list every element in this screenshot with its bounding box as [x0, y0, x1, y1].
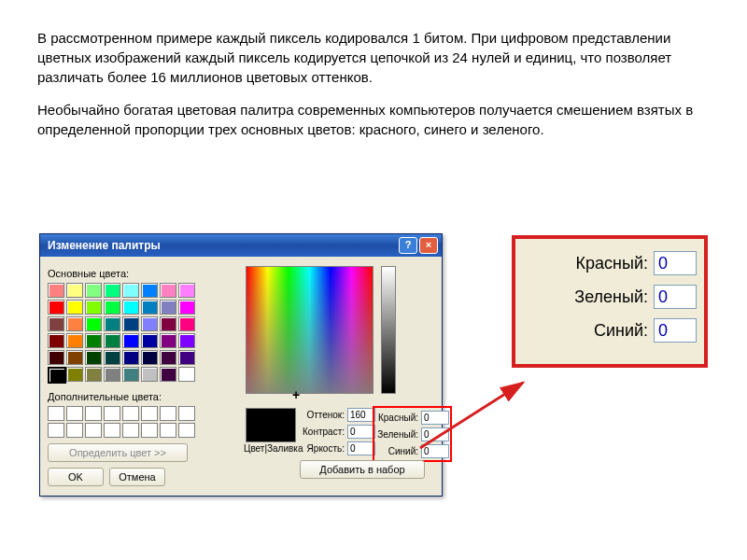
custom-swatch[interactable]	[122, 406, 139, 421]
custom-swatch[interactable]	[66, 406, 83, 421]
basic-swatch[interactable]	[160, 300, 176, 315]
rgb-fields: Красный: Зеленый: Синий:	[373, 406, 452, 462]
custom-swatch[interactable]	[85, 423, 102, 438]
define-color-button[interactable]: Определить цвет >>	[48, 443, 188, 462]
paragraph-2: Необычайно богатая цветовая палитра совр…	[37, 100, 710, 139]
basic-swatch[interactable]	[66, 367, 83, 382]
color-preview	[246, 408, 296, 442]
basic-swatch[interactable]	[85, 300, 102, 315]
red-label: Красный:	[375, 413, 421, 423]
basic-swatch[interactable]	[66, 300, 83, 315]
basic-swatch[interactable]	[48, 333, 64, 348]
sat-input[interactable]	[347, 425, 375, 439]
basic-swatch[interactable]	[85, 316, 102, 331]
custom-swatch[interactable]	[160, 423, 176, 438]
basic-swatch[interactable]	[104, 367, 120, 382]
basic-swatch[interactable]	[160, 283, 176, 298]
basic-swatch[interactable]	[178, 300, 195, 315]
green-input[interactable]	[421, 427, 449, 441]
basic-colors-grid	[48, 283, 434, 382]
basic-swatch[interactable]	[48, 316, 64, 331]
custom-swatch[interactable]	[160, 406, 176, 421]
zoom-red-input[interactable]	[654, 251, 697, 275]
color-solid-label: Цвет|Заливка	[244, 443, 303, 454]
basic-swatch[interactable]	[48, 350, 64, 365]
basic-swatch[interactable]	[122, 316, 139, 331]
basic-swatch[interactable]	[48, 300, 64, 315]
lum-label: Яркость:	[300, 443, 347, 454]
basic-swatch[interactable]	[178, 316, 195, 331]
ok-button[interactable]: OK	[48, 468, 104, 486]
basic-swatch[interactable]	[104, 283, 120, 298]
color-picker-dialog: Изменение палитры ? × Основные цвета: До…	[39, 233, 443, 497]
basic-swatch[interactable]	[48, 283, 64, 298]
basic-swatch[interactable]	[160, 350, 176, 365]
basic-swatch[interactable]	[141, 316, 158, 331]
basic-swatch[interactable]	[122, 283, 139, 298]
custom-swatch[interactable]	[85, 406, 102, 421]
basic-swatch[interactable]	[141, 283, 158, 298]
basic-swatch[interactable]	[85, 283, 102, 298]
hue-label: Оттенок:	[300, 410, 347, 420]
lum-input[interactable]	[347, 441, 375, 455]
zoom-blue-input[interactable]	[654, 318, 697, 343]
titlebar[interactable]: Изменение палитры ? ×	[40, 234, 442, 257]
close-button[interactable]: ×	[419, 237, 438, 254]
basic-swatch[interactable]	[141, 300, 158, 315]
custom-swatch[interactable]	[66, 423, 83, 438]
basic-swatch[interactable]	[66, 333, 83, 348]
basic-swatch[interactable]	[178, 367, 195, 382]
basic-swatch[interactable]	[66, 350, 83, 365]
luminance-slider[interactable]	[381, 266, 396, 394]
help-button[interactable]: ?	[399, 237, 417, 254]
custom-swatch[interactable]	[104, 406, 120, 421]
basic-swatch[interactable]	[141, 367, 158, 382]
basic-swatch[interactable]	[160, 316, 176, 331]
basic-swatch[interactable]	[85, 333, 102, 348]
basic-swatch[interactable]	[122, 367, 139, 382]
dialog-title: Изменение палитры	[44, 239, 397, 252]
basic-swatch[interactable]	[178, 333, 195, 348]
basic-colors-label: Основные цвета:	[48, 268, 434, 279]
basic-swatch[interactable]	[178, 350, 195, 365]
zoom-red-label: Красный:	[576, 254, 654, 273]
blue-input[interactable]	[421, 444, 449, 458]
custom-swatch[interactable]	[178, 406, 195, 421]
basic-swatch[interactable]	[122, 350, 139, 365]
custom-colors-label: Дополнительные цвета:	[48, 391, 434, 402]
basic-swatch[interactable]	[66, 283, 83, 298]
basic-swatch[interactable]	[160, 367, 176, 382]
basic-swatch[interactable]	[104, 316, 120, 331]
custom-swatch[interactable]	[104, 423, 120, 438]
basic-swatch[interactable]	[104, 300, 120, 315]
basic-swatch[interactable]	[48, 367, 66, 384]
hue-input[interactable]	[347, 408, 375, 422]
basic-swatch[interactable]	[178, 283, 195, 298]
basic-swatch[interactable]	[85, 350, 102, 365]
custom-swatch[interactable]	[122, 423, 139, 438]
basic-swatch[interactable]	[104, 333, 120, 348]
custom-swatch[interactable]	[48, 423, 64, 438]
basic-swatch[interactable]	[104, 350, 120, 365]
spectrum-picker[interactable]	[246, 266, 374, 394]
custom-swatch[interactable]	[141, 423, 158, 438]
cancel-button[interactable]: Отмена	[109, 468, 165, 486]
blue-label: Синий:	[375, 446, 421, 456]
custom-swatch[interactable]	[48, 406, 64, 421]
red-input[interactable]	[421, 411, 449, 425]
add-to-custom-button[interactable]: Добавить в набор	[300, 460, 425, 479]
hsl-fields: Оттенок: Контраст: Яркость:	[300, 406, 375, 456]
basic-swatch[interactable]	[85, 367, 102, 382]
basic-swatch[interactable]	[66, 316, 83, 331]
basic-swatch[interactable]	[141, 350, 158, 365]
custom-swatch[interactable]	[178, 423, 195, 438]
zoom-rgb-panel: Красный: Зеленый: Синий:	[512, 235, 708, 368]
basic-swatch[interactable]	[141, 333, 158, 348]
sat-label: Контраст:	[300, 427, 347, 437]
custom-swatch[interactable]	[141, 406, 158, 421]
basic-swatch[interactable]	[160, 333, 176, 348]
basic-swatch[interactable]	[122, 333, 139, 348]
color-selector-area	[246, 266, 374, 394]
zoom-green-input[interactable]	[654, 285, 697, 309]
basic-swatch[interactable]	[122, 300, 139, 315]
